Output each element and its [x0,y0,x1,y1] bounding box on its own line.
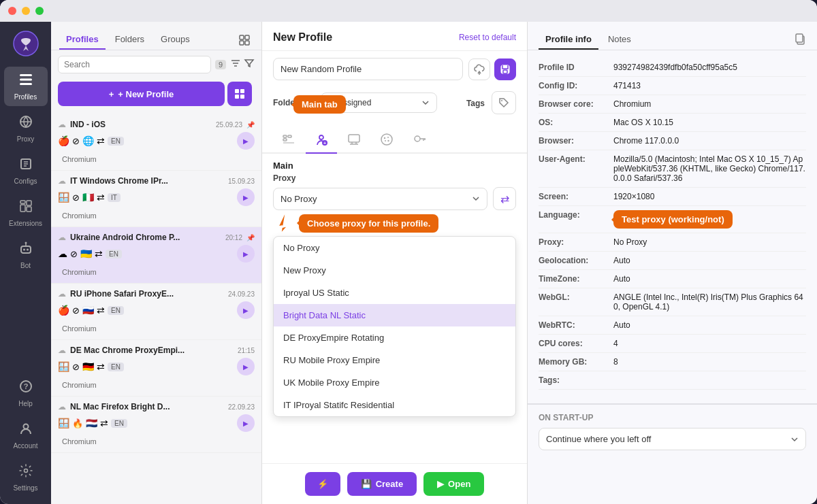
chromium-badge: Chromium [58,210,101,221]
app-window: Profiles Proxy Configs Extensions [0,0,817,504]
proxy-icon: ⊘ [72,362,80,372]
form-tab-hardware[interactable] [338,127,370,154]
info-row-proxy: Proxy: No Proxy [539,233,806,252]
play-button[interactable]: ▶ [237,414,255,432]
form-tab-main[interactable] [273,127,304,154]
info-row-browser-core: Browser core: Chromium [539,95,806,114]
play-button[interactable]: ▶ [237,245,255,263]
list-item[interactable]: ☁ DE Mac Chrome ProxyEmpi... 21:15 🪟 ⊘ 🇩… [51,340,261,397]
info-key: Browser core: [539,99,613,109]
svg-rect-38 [283,139,287,141]
play-button[interactable]: ▶ [237,358,255,375]
chromium-badge: Chromium [58,267,101,278]
dropdown-item[interactable]: RU Mobile Proxy Empire [274,349,515,371]
on-startup-select[interactable]: Continue where you left off [539,428,806,450]
info-row-os: OS: Mac OS X 10.15 [539,114,806,132]
list-item[interactable]: ☁ NL Mac Firefox Bright D... 22.09.23 🪟 … [51,397,261,453]
profile-date: 21:15 [238,347,255,354]
svg-rect-32 [240,95,244,99]
cloud-icon: ☁ [58,402,66,411]
os-icon: ☁ [58,248,67,259]
info-row-webgl: WebGL: ANGLE (Intel Inc., Intel(R) Iris(… [539,288,806,316]
browser-badge-row: Chromium [58,435,255,447]
cloud-save-btn[interactable] [468,58,490,80]
save-local-btn[interactable] [494,58,516,80]
info-val: Chrome 117.0.0.0 [613,136,806,146]
sidebar-item-settings[interactable]: Settings [4,458,48,497]
play-button[interactable]: ▶ [237,132,255,150]
profile-badges: 🪟 ⊘ 🇩🇪 ⇄ EN ▶ [58,358,255,375]
sidebar-item-account[interactable]: Account [4,416,48,455]
list-item[interactable]: ☁ Ukraine Android Chrome P... 20:12 📌 ☁ … [51,227,261,284]
dropdown-item[interactable]: IT IProyal Statifc Residential [274,394,515,416]
svg-rect-12 [20,201,25,203]
profile-badges: 🪟 🔥 🇳🇱 ⇄ EN ▶ [58,414,255,432]
profile-date: 25.09.23 [216,121,242,129]
dropdown-item-highlighted[interactable]: Bright Data NL Static [274,304,515,326]
profile-date: 24.09.23 [228,290,255,298]
svg-rect-37 [283,135,287,137]
list-item[interactable]: ☁ IT Windows Chrome IPr... 15.09.23 🪟 ⊘ … [51,171,261,227]
proxy-select[interactable]: No Proxy [273,188,487,210]
flash-button[interactable]: ⚡ [305,472,340,496]
list-item[interactable]: ☁ RU iPhone Safari ProxyE... 24.09.23 🍎 … [51,284,261,340]
sort-icon[interactable] [230,58,241,71]
info-val: 1920×1080 [613,192,806,201]
sidebar-account-label: Account [13,442,37,450]
search-input[interactable] [58,56,211,73]
form-tab-user[interactable]: + [306,127,337,154]
sidebar-item-proxy[interactable]: Proxy [4,109,48,148]
profiles-icon [18,72,33,90]
sidebar-item-profiles[interactable]: Profiles [4,67,48,106]
layout-toggle-btn[interactable] [236,31,253,49]
tab-profile-info[interactable]: Profile info [539,30,598,50]
open-button[interactable]: ▶ Open [423,472,484,496]
profile-name-input[interactable] [273,58,463,80]
tab-groups[interactable]: Groups [154,30,197,50]
form-tab-cookies[interactable] [371,127,402,154]
play-button[interactable]: ▶ [237,188,255,206]
tab-folders[interactable]: Folders [108,30,151,50]
list-item[interactable]: ☁ IND - iOS 25.09.23 📌 🍎 ⊘ 🌐 ⇄ EN ▶ [51,114,261,171]
sidebar-item-extensions[interactable]: Extensions [4,193,48,233]
maximize-btn[interactable] [35,7,44,15]
tab-profiles[interactable]: Profiles [59,30,106,50]
new-profile-form: New Profile Reset to default Folder Un [262,22,528,504]
close-btn[interactable] [8,7,16,15]
sidebar-settings-label: Settings [13,484,37,492]
tags-button[interactable] [492,91,516,114]
form-tab-key[interactable] [404,127,435,154]
minimize-btn[interactable] [22,7,30,15]
flag-icon: 🇮🇹 [82,192,94,203]
sidebar-item-configs[interactable]: Configs [4,151,48,190]
flash-icon: ⚡ [317,479,328,489]
dropdown-item[interactable]: New Proxy [274,259,515,282]
os-icon: 🪟 [58,418,69,429]
copy-button[interactable] [794,33,806,48]
proxy-field-label: Proxy [273,173,295,183]
play-button[interactable]: ▶ [237,301,255,319]
dropdown-item[interactable]: UK Mobile Proxy Empire [274,371,515,394]
svg-point-51 [385,140,386,141]
reset-to-default-btn[interactable]: Reset to default [459,33,516,42]
info-row-user-agent: User-Agent: Mozilla/5.0 (Macintosh; Inte… [539,150,806,188]
new-profile-button[interactable]: + + New Profile [58,82,225,106]
create-button[interactable]: 💾 Create [347,472,417,496]
filter-icon[interactable] [244,58,255,71]
svg-point-14 [23,249,25,251]
sidebar-item-bot[interactable]: Bot [4,235,48,275]
info-row-screen: Screen: 1920×1080 [539,188,806,206]
svg-text:?: ? [23,382,28,390]
svg-rect-13 [21,246,31,253]
new-profile-square-btn[interactable] [227,82,252,106]
dropdown-item[interactable]: No Proxy [274,237,515,259]
sidebar-help-label: Help [18,400,33,407]
info-val: Chromium [613,99,806,109]
profile-badges: 🍎 ⊘ 🌐 ⇄ EN ▶ [58,132,255,150]
proxy-callout: Choose proxy for this profile. [299,214,438,233]
sidebar-item-help[interactable]: ? Help [4,373,48,413]
dropdown-item[interactable]: Iproyal US Static [274,282,515,304]
proxy-refresh-btn[interactable]: ⇄ [493,187,516,210]
dropdown-item[interactable]: DE ProxyEmpire Rotating [274,326,515,349]
tab-notes[interactable]: Notes [601,30,638,50]
